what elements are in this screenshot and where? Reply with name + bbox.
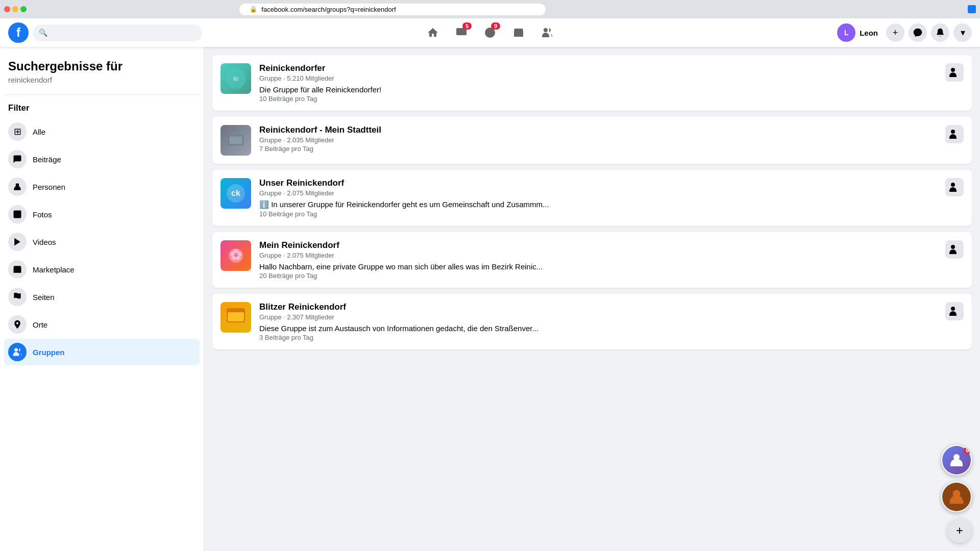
- sidebar-item-orte[interactable]: Orte: [4, 311, 200, 338]
- svg-rect-22: [228, 312, 244, 321]
- sidebar-title: Suchergebnisse für: [4, 55, 200, 76]
- result-card-3[interactable]: ck Unser Reinickendorf Gruppe · 2.075 Mi…: [212, 170, 972, 226]
- result-info-5: Blitzer Reinickendorf Gruppe · 2.307 Mit…: [259, 302, 937, 341]
- filter-label: Filter: [4, 99, 200, 117]
- result-meta-1: Gruppe · 5.210 Mitglieder: [259, 74, 937, 82]
- result-info-3: Unser Reinickendorf Gruppe · 2.075 Mitgl…: [259, 178, 937, 218]
- svg-point-6: [15, 212, 16, 214]
- sidebar-item-alle-label: Alle: [33, 128, 45, 136]
- seiten-icon: [8, 288, 27, 306]
- group-join-icon-1: [945, 63, 964, 82]
- result-thumb-4: 🌸: [220, 240, 251, 271]
- result-card-4[interactable]: 🌸 Mein Reinickendorf Gruppe · 2.075 Mitg…: [212, 232, 972, 288]
- sidebar-item-alle[interactable]: ⊞ Alle: [4, 118, 200, 145]
- result-thumb-1: RI: [220, 63, 251, 94]
- browser-url: facebook.com/search/groups?q=reinickendo…: [261, 6, 396, 13]
- result-action-5[interactable]: [945, 302, 964, 320]
- notifications-button[interactable]: [931, 23, 949, 42]
- alle-icon: ⊞: [8, 122, 27, 141]
- sidebar-item-fotos[interactable]: Fotos: [4, 201, 200, 228]
- sidebar-item-beitraege[interactable]: Beiträge: [4, 146, 200, 172]
- sidebar-item-beitraege-label: Beiträge: [33, 155, 61, 164]
- result-thumb-5: [220, 302, 251, 333]
- result-thumb-2: [220, 125, 251, 156]
- nav-home-btn[interactable]: [421, 20, 445, 45]
- svg-point-23: [951, 307, 955, 311]
- orte-icon: [8, 315, 27, 334]
- search-bar[interactable]: 🔍 reinickendorf: [33, 24, 202, 41]
- result-meta-5: Gruppe · 2.307 Mitglieder: [259, 313, 937, 321]
- personen-icon: [8, 178, 27, 196]
- sidebar-item-fotos-label: Fotos: [33, 210, 52, 219]
- user-name: Leon: [860, 29, 878, 37]
- sidebar-item-videos[interactable]: Videos: [4, 229, 200, 255]
- result-activity-4: 20 Beiträge pro Tag: [259, 272, 937, 280]
- fotos-icon: [8, 205, 27, 223]
- result-card-5[interactable]: Blitzer Reinickendorf Gruppe · 2.307 Mit…: [212, 294, 972, 349]
- svg-rect-13: [230, 137, 242, 144]
- result-action-4[interactable]: [945, 240, 964, 259]
- svg-point-3: [544, 28, 548, 32]
- sidebar-subtitle: reinickendorf: [4, 76, 200, 90]
- nav-marketplace-btn[interactable]: [506, 20, 531, 45]
- fab-button[interactable]: +: [947, 518, 972, 543]
- nav-friends-btn[interactable]: [535, 20, 559, 45]
- sidebar-item-marketplace-label: Marketplace: [33, 265, 75, 274]
- sidebar-item-videos-label: Videos: [33, 238, 56, 246]
- result-name-2: Reinickendorf - Mein Stadtteil: [259, 125, 937, 135]
- gruppen-icon: [8, 343, 27, 361]
- result-info-2: Reinickendorf - Mein Stadtteil Gruppe · …: [259, 125, 937, 153]
- floating-avatar-2[interactable]: [941, 482, 972, 512]
- videos-icon: [8, 233, 27, 251]
- result-info-1: Reinickendorfer Gruppe · 5.210 Mitgliede…: [259, 63, 937, 103]
- sidebar: Suchergebnisse für reinickendorf Filter …: [0, 47, 204, 551]
- result-activity-2: 7 Beiträge pro Tag: [259, 145, 937, 153]
- sidebar-item-gruppen-label: Gruppen: [33, 348, 65, 357]
- chevron-button[interactable]: ▾: [953, 23, 972, 42]
- fab-icon: +: [956, 523, 963, 538]
- result-desc-4: Hallo Nachbarn, eine private Gruppe wo m…: [259, 262, 937, 271]
- svg-point-20: [951, 245, 955, 249]
- result-action-3[interactable]: [945, 178, 964, 196]
- result-activity-3: 10 Beiträge pro Tag: [259, 210, 937, 218]
- result-card-2[interactable]: Reinickendorf - Mein Stadtteil Gruppe · …: [212, 117, 972, 164]
- result-action-2[interactable]: [945, 125, 964, 143]
- sidebar-item-personen[interactable]: Personen: [4, 173, 200, 200]
- group-join-icon-5: [945, 302, 964, 320]
- result-activity-1: 10 Beiträge pro Tag: [259, 95, 937, 103]
- sidebar-item-orte-label: Orte: [33, 320, 47, 329]
- result-name-5: Blitzer Reinickendorf: [259, 302, 937, 312]
- nav-watch-btn[interactable]: 9: [478, 20, 502, 45]
- result-desc-3: ℹ️ In unserer Gruppe für Reinickendorfer…: [259, 200, 937, 209]
- result-meta-3: Gruppe · 2.075 Mitglieder: [259, 189, 937, 197]
- floating-badge: 6: [964, 447, 971, 454]
- user-avatar[interactable]: L Leon: [833, 21, 882, 44]
- nav-feed-btn[interactable]: 5: [449, 20, 474, 45]
- group-join-icon-3: [945, 178, 964, 196]
- marketplace-icon: [8, 260, 27, 279]
- result-desc-5: Diese Gruppe ist zum Austausch von Infor…: [259, 324, 937, 333]
- result-action-1[interactable]: [945, 63, 964, 82]
- messenger-button[interactable]: [909, 23, 927, 42]
- group-join-icon-4: [945, 240, 964, 259]
- sidebar-item-seiten[interactable]: Seiten: [4, 284, 200, 310]
- result-name-1: Reinickendorfer: [259, 63, 937, 73]
- svg-text:ck: ck: [231, 189, 240, 197]
- floating-avatar-1[interactable]: 6: [941, 445, 972, 475]
- result-info-4: Mein Reinickendorf Gruppe · 2.075 Mitgli…: [259, 240, 937, 280]
- search-results: RI Reinickendorfer Gruppe · 5.210 Mitgli…: [204, 47, 980, 551]
- result-thumb-3: ck: [220, 178, 251, 209]
- search-icon: 🔍: [39, 29, 47, 37]
- svg-point-11: [951, 68, 955, 72]
- add-button[interactable]: +: [886, 23, 904, 42]
- sidebar-item-marketplace[interactable]: Marketplace: [4, 256, 200, 283]
- result-card-1[interactable]: RI Reinickendorfer Gruppe · 5.210 Mitgli…: [212, 55, 972, 111]
- sidebar-item-personen-label: Personen: [33, 183, 65, 191]
- result-desc-1: Die Gruppe für alle Reinickendorfer!: [259, 85, 937, 94]
- avatar-image: L: [837, 23, 855, 42]
- svg-text:🌸: 🌸: [230, 248, 242, 261]
- search-input[interactable]: reinickendorf: [52, 29, 196, 37]
- result-meta-4: Gruppe · 2.075 Mitglieder: [259, 252, 937, 259]
- sidebar-item-gruppen[interactable]: Gruppen: [4, 339, 200, 365]
- svg-marker-7: [14, 238, 20, 246]
